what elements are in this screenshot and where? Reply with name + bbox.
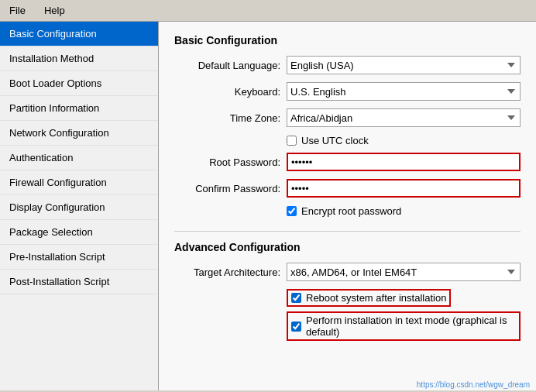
target-arch-row: Target Architecture: x86, AMD64, or Inte… [174, 263, 521, 281]
reboot-option-row: Reboot system after installation [287, 289, 521, 307]
advanced-section: Advanced Configuration Target Architectu… [174, 231, 521, 341]
target-arch-label: Target Architecture: [174, 266, 287, 278]
sidebar-item-post-installation-script[interactable]: Post-Installation Script [0, 270, 158, 294]
sidebar-item-boot-loader-options[interactable]: Boot Loader Options [0, 71, 158, 96]
sidebar-item-firewall-configuration[interactable]: Firewall Configuration [0, 170, 158, 195]
confirm-password-row: Confirm Password: [174, 179, 521, 198]
sidebar-item-display-configuration[interactable]: Display Configuration [0, 195, 158, 220]
text-mode-label: Perform installation in text mode (graph… [306, 315, 516, 338]
timezone-select[interactable]: Africa/Abidjan America/New_York Europe/L… [287, 108, 521, 127]
timezone-label: Time Zone: [174, 112, 287, 124]
menu-help[interactable]: Help [41, 3, 68, 18]
root-password-label: Root Password: [174, 156, 287, 168]
sidebar-item-authentication[interactable]: Authentication [0, 146, 158, 170]
utc-clock-row: Use UTC clock [174, 135, 521, 146]
timezone-row: Time Zone: Africa/Abidjan America/New_Yo… [174, 108, 521, 127]
default-language-row: Default Language: English (USA) English … [174, 56, 521, 74]
section2-title: Advanced Configuration [174, 241, 521, 253]
section1-title: Basic Configuration [174, 34, 521, 46]
utc-clock-label: Use UTC clock [301, 135, 369, 146]
text-mode-option-row: Perform installation in text mode (graph… [287, 311, 521, 341]
keyboard-label: Keyboard: [174, 86, 287, 98]
reboot-label: Reboot system after installation [306, 292, 446, 304]
utc-clock-checkbox[interactable] [287, 136, 297, 146]
target-arch-select[interactable]: x86, AMD64, or Intel EM64T x86 only AMD6… [287, 263, 521, 281]
sidebar: Basic Configuration Installation Method … [0, 22, 159, 390]
sidebar-item-basic-configuration[interactable]: Basic Configuration [0, 22, 158, 46]
sidebar-item-network-configuration[interactable]: Network Configuration [0, 121, 158, 146]
sidebar-item-pre-installation-script[interactable]: Pre-Installation Script [0, 245, 158, 270]
sidebar-item-partition-information[interactable]: Partition Information [0, 96, 158, 121]
encrypt-label: Encrypt root password [301, 205, 401, 217]
reboot-checkbox[interactable] [291, 293, 301, 303]
encrypt-checkbox[interactable] [287, 206, 297, 216]
root-password-row: Root Password: [174, 153, 521, 171]
root-password-input[interactable] [287, 153, 521, 171]
confirm-password-input[interactable] [287, 179, 521, 198]
content-area: Basic Configuration Default Language: En… [159, 22, 536, 390]
default-language-label: Default Language: [174, 60, 287, 71]
menu-file[interactable]: File [6, 3, 29, 18]
sidebar-item-installation-method[interactable]: Installation Method [0, 46, 158, 71]
keyboard-select[interactable]: U.S. English UK English Spanish French [287, 82, 521, 101]
keyboard-row: Keyboard: U.S. English UK English Spanis… [174, 82, 521, 101]
menu-bar: File Help [0, 0, 536, 22]
encrypt-row: Encrypt root password [174, 205, 521, 217]
text-mode-checkbox[interactable] [291, 322, 301, 332]
default-language-select[interactable]: English (USA) English (UK) Spanish Frenc… [287, 56, 521, 74]
watermark: https://blog.csdn.net/wgw_dream [417, 380, 530, 389]
confirm-password-label: Confirm Password: [174, 183, 287, 194]
sidebar-item-package-selection[interactable]: Package Selection [0, 220, 158, 245]
